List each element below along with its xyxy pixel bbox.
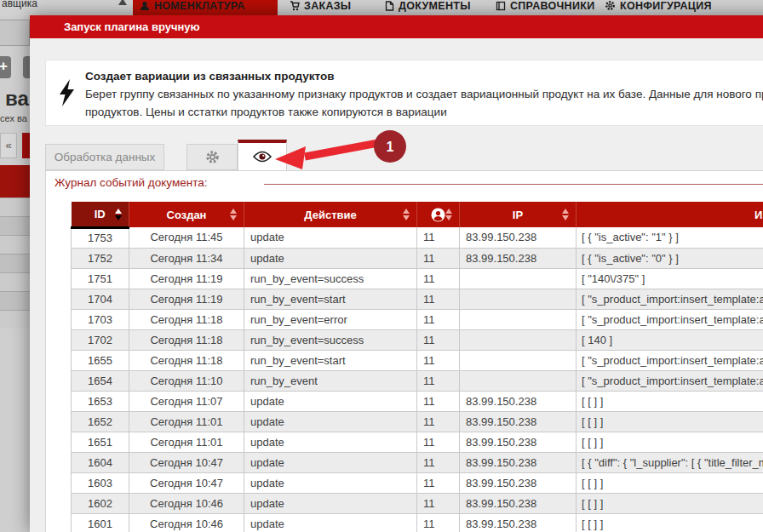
table-cell: 83.99.150.238 <box>460 432 577 452</box>
cart-icon <box>290 1 300 11</box>
table-cell: Сегодня 11:07 <box>129 391 244 411</box>
table-row: 1752Сегодня 11:34update1183.99.150.238[ … <box>72 248 763 268</box>
table-cell: Сегодня 10:46 <box>129 513 244 532</box>
table-cell: [ { "diff": { "l_supplier": [ { "title_f… <box>577 452 763 472</box>
log-tab-panel: Журнал событий документа: ID Создан <box>45 170 763 532</box>
nav-item-konfiguratsiya[interactable]: КОНФИГУРАЦИЯ <box>605 0 712 15</box>
modal-title: Запуск плагина вручную <box>30 15 763 38</box>
table-cell: 11 <box>417 391 460 411</box>
table-cell: 11 <box>417 350 460 370</box>
table-cell <box>460 329 577 350</box>
sort-icon <box>230 209 238 220</box>
nav-item-nomenklatura[interactable]: НОМЕНКЛАТУРА <box>133 0 278 15</box>
table-cell: 11 <box>417 452 460 472</box>
table-cell: Сегодня 11:19 <box>129 268 244 289</box>
column-header-ip[interactable]: IP <box>460 202 577 227</box>
table-row: 1653Сегодня 11:07update1183.99.150.238[ … <box>72 391 763 411</box>
table-cell: 11 <box>417 227 460 248</box>
table-cell: Сегодня 10:47 <box>129 452 244 472</box>
book-icon <box>496 1 506 11</box>
add-button[interactable]: + <box>0 56 11 78</box>
lightning-icon <box>58 79 77 106</box>
table-cell: run_by_event=error <box>244 309 417 329</box>
table-cell: [ "s_product_import:insert_template:at <box>577 350 763 370</box>
log-legend: Журнал событий документа: <box>54 176 207 189</box>
table-cell: 1602 <box>72 493 129 513</box>
table-cell: 11 <box>417 329 460 350</box>
table-cell: 1751 <box>72 268 129 289</box>
table-cell: update <box>244 452 417 472</box>
column-header-user[interactable] <box>417 202 460 227</box>
user-icon <box>431 208 445 222</box>
plugin-description-card: Создает вариации из связанных продуктов … <box>45 60 763 126</box>
table-header-row: ID Создан Действие <box>72 202 763 227</box>
table-cell: [ "s_product_import:insert_template:at <box>577 370 763 391</box>
table-cell: 11 <box>417 513 460 532</box>
table-cell: [ [ ] ] <box>577 411 763 432</box>
table-row: 1655Сегодня 11:18run_by_event=start11[ "… <box>72 350 763 370</box>
table-cell: 11 <box>417 432 460 452</box>
table-cell: 83.99.150.238 <box>460 472 577 493</box>
table-cell: run_by_event <box>244 370 417 391</box>
background-partial-text: авщика <box>2 0 37 9</box>
table-cell: run_by_event=start <box>244 350 417 370</box>
nav-item-label: ДОКУМЕНТЫ <box>399 0 471 12</box>
tab-settings[interactable] <box>186 144 238 170</box>
table-row: 1601Сегодня 10:46update1183.99.150.238[ … <box>72 513 763 532</box>
column-header-created[interactable]: Создан <box>129 202 244 227</box>
table-cell: Сегодня 11:10 <box>129 370 244 391</box>
tab-log[interactable] <box>238 140 287 170</box>
table-cell: update <box>244 227 417 248</box>
table-cell: [ "140\/375" ] <box>577 268 763 289</box>
table-cell: Сегодня 11:45 <box>129 227 244 248</box>
tab-data-processing[interactable]: Обработка данных <box>45 144 164 170</box>
background-heading-partial: ва <box>5 87 29 111</box>
table-cell: update <box>244 432 417 452</box>
table-cell: [ [ ] ] <box>577 432 763 452</box>
table-row: 1604Сегодня 10:47update1183.99.150.238[ … <box>72 452 763 472</box>
table-cell: Сегодня 11:19 <box>129 289 244 309</box>
table-cell: Сегодня 11:18 <box>129 309 244 329</box>
table-cell: update <box>244 472 417 493</box>
table-cell: 1601 <box>72 513 129 532</box>
table-cell: 1752 <box>72 248 129 268</box>
background-dropdown[interactable] <box>0 20 30 46</box>
pagination-prev-button[interactable]: « <box>0 133 17 158</box>
table-row: 1602Сегодня 10:46update1183.99.150.238[ … <box>72 493 763 513</box>
nav-item-zakazy[interactable]: ЗАКАЗЫ <box>290 0 351 15</box>
table-cell: 11 <box>417 370 460 391</box>
table-cell: 11 <box>417 309 460 329</box>
table-cell: Сегодня 11:34 <box>129 248 244 268</box>
plugin-description-line2: продуктов. Цены и сстатки продуктов такж… <box>85 106 447 118</box>
table-cell: update <box>244 248 417 268</box>
column-header-changes[interactable]: Изменения <box>577 202 763 227</box>
plugin-description-title: Создает вариации из связанных продуктов <box>85 70 334 83</box>
table-cell: [ [ ] ] <box>577 493 763 513</box>
table-cell: [ { "is_active": "0" } ] <box>577 248 763 268</box>
event-log-table: ID Создан Действие <box>71 202 763 532</box>
nav-item-dokumenty[interactable]: ДОКУМЕНТЫ <box>385 0 471 15</box>
table-cell: [ [ ] ] <box>577 391 763 411</box>
table-cell: 11 <box>417 493 460 513</box>
nav-item-spravochniki[interactable]: СПРАВОЧНИКИ <box>496 0 594 15</box>
table-cell: 11 <box>417 289 460 309</box>
table-cell: Сегодня 11:01 <box>129 411 244 432</box>
column-header-id[interactable]: ID <box>72 202 129 227</box>
table-cell: 1753 <box>72 227 129 248</box>
pagination-active-page[interactable] <box>22 133 30 158</box>
table-cell: [ "s_product_import:insert_template:at <box>577 309 763 329</box>
person-icon <box>140 1 150 11</box>
nav-item-label: КОНФИГУРАЦИЯ <box>620 0 712 12</box>
column-header-action[interactable]: Действие <box>244 202 417 227</box>
table-cell: update <box>244 493 417 513</box>
add-button-2[interactable] <box>23 56 30 78</box>
table-cell <box>460 370 577 391</box>
sort-icon <box>445 209 453 220</box>
background-left-strip: + ва сех ва « <box>0 15 30 532</box>
plugin-description-line1: Берет группу связанных по указанному при… <box>85 88 763 100</box>
gear-icon <box>605 0 616 11</box>
table-cell: 83.99.150.238 <box>460 493 577 513</box>
nav-item-label: ЗАКАЗЫ <box>304 0 351 12</box>
table-cell: 83.99.150.238 <box>460 227 577 248</box>
table-cell <box>460 268 577 289</box>
